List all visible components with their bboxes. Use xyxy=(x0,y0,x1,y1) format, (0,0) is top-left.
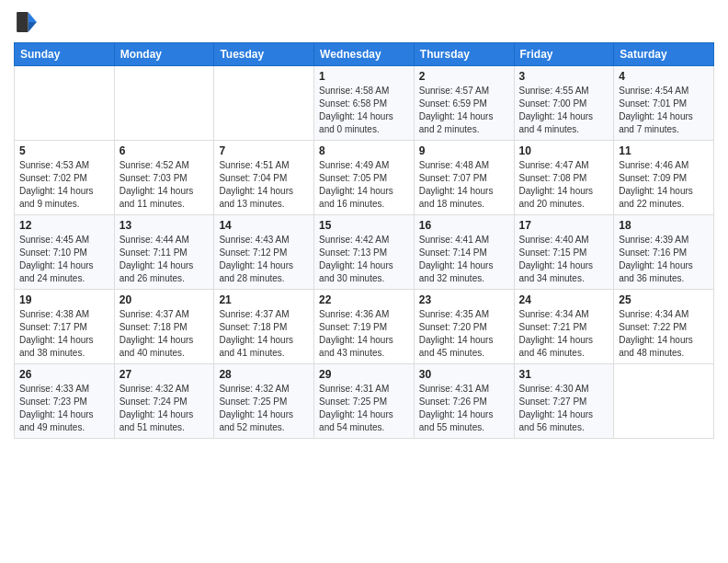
page-header xyxy=(14,9,714,35)
calendar-cell: 8Sunrise: 4:49 AMSunset: 7:05 PMDaylight… xyxy=(314,141,415,215)
cell-text: Sunrise: 4:32 AMSunset: 7:24 PMDaylight:… xyxy=(119,383,210,434)
day-number: 13 xyxy=(119,219,210,232)
day-number: 21 xyxy=(219,293,309,306)
calendar-cell xyxy=(15,66,115,141)
cell-text: Sunrise: 4:55 AMSunset: 7:00 PMDaylight:… xyxy=(519,85,609,136)
cell-text: Sunrise: 4:31 AMSunset: 7:25 PMDaylight:… xyxy=(319,383,409,434)
calendar-week-row: 1Sunrise: 4:58 AMSunset: 6:58 PMDaylight… xyxy=(15,66,714,141)
cell-text: Sunrise: 4:37 AMSunset: 7:18 PMDaylight:… xyxy=(119,308,210,360)
calendar-table: SundayMondayTuesdayWednesdayThursdayFrid… xyxy=(14,42,714,439)
day-number: 11 xyxy=(619,144,709,157)
cell-text: Sunrise: 4:37 AMSunset: 7:18 PMDaylight:… xyxy=(219,308,309,360)
calendar-cell: 3Sunrise: 4:55 AMSunset: 7:00 PMDaylight… xyxy=(514,66,614,141)
calendar-cell: 23Sunrise: 4:35 AMSunset: 7:20 PMDayligh… xyxy=(414,290,514,364)
cell-text: Sunrise: 4:35 AMSunset: 7:20 PMDaylight:… xyxy=(419,308,509,360)
day-number: 28 xyxy=(219,368,309,381)
calendar-cell: 30Sunrise: 4:31 AMSunset: 7:26 PMDayligh… xyxy=(414,364,514,439)
calendar-cell: 9Sunrise: 4:48 AMSunset: 7:07 PMDaylight… xyxy=(414,141,514,215)
cell-text: Sunrise: 4:36 AMSunset: 7:19 PMDaylight:… xyxy=(319,308,409,360)
day-header-wednesday: Wednesday xyxy=(314,43,415,66)
calendar-cell: 11Sunrise: 4:46 AMSunset: 7:09 PMDayligh… xyxy=(614,141,714,215)
calendar-cell: 24Sunrise: 4:34 AMSunset: 7:21 PMDayligh… xyxy=(514,290,614,364)
calendar-week-row: 26Sunrise: 4:33 AMSunset: 7:23 PMDayligh… xyxy=(15,364,714,439)
calendar-cell: 26Sunrise: 4:33 AMSunset: 7:23 PMDayligh… xyxy=(15,364,115,439)
calendar-cell: 12Sunrise: 4:45 AMSunset: 7:10 PMDayligh… xyxy=(15,215,115,290)
day-number: 17 xyxy=(519,219,609,232)
svg-marker-1 xyxy=(28,22,37,32)
calendar-cell: 7Sunrise: 4:51 AMSunset: 7:04 PMDaylight… xyxy=(214,141,314,215)
calendar-cell: 29Sunrise: 4:31 AMSunset: 7:25 PMDayligh… xyxy=(314,364,415,439)
calendar-week-row: 5Sunrise: 4:53 AMSunset: 7:02 PMDaylight… xyxy=(15,141,714,215)
day-number: 26 xyxy=(19,368,109,381)
cell-text: Sunrise: 4:31 AMSunset: 7:26 PMDaylight:… xyxy=(419,383,509,434)
calendar-cell: 2Sunrise: 4:57 AMSunset: 6:59 PMDaylight… xyxy=(414,66,514,141)
day-number: 22 xyxy=(319,293,409,306)
cell-text: Sunrise: 4:53 AMSunset: 7:02 PMDaylight:… xyxy=(19,159,109,211)
day-header-tuesday: Tuesday xyxy=(214,43,314,66)
cell-text: Sunrise: 4:52 AMSunset: 7:03 PMDaylight:… xyxy=(119,159,210,211)
day-number: 19 xyxy=(19,293,109,306)
day-number: 27 xyxy=(119,368,210,381)
day-number: 29 xyxy=(319,368,409,381)
cell-text: Sunrise: 4:46 AMSunset: 7:09 PMDaylight:… xyxy=(619,159,709,211)
cell-text: Sunrise: 4:40 AMSunset: 7:15 PMDaylight:… xyxy=(519,234,609,285)
day-number: 7 xyxy=(219,144,309,157)
calendar-cell: 28Sunrise: 4:32 AMSunset: 7:25 PMDayligh… xyxy=(214,364,314,439)
calendar-cell: 21Sunrise: 4:37 AMSunset: 7:18 PMDayligh… xyxy=(214,290,314,364)
calendar-cell: 6Sunrise: 4:52 AMSunset: 7:03 PMDaylight… xyxy=(114,141,214,215)
day-number: 8 xyxy=(319,144,409,157)
day-number: 10 xyxy=(519,144,609,157)
calendar-cell: 25Sunrise: 4:34 AMSunset: 7:22 PMDayligh… xyxy=(614,290,714,364)
calendar-cell: 22Sunrise: 4:36 AMSunset: 7:19 PMDayligh… xyxy=(314,290,415,364)
cell-text: Sunrise: 4:34 AMSunset: 7:21 PMDaylight:… xyxy=(519,308,609,360)
day-number: 6 xyxy=(119,144,210,157)
day-number: 14 xyxy=(219,219,309,232)
calendar-cell: 15Sunrise: 4:42 AMSunset: 7:13 PMDayligh… xyxy=(314,215,415,290)
calendar-cell: 5Sunrise: 4:53 AMSunset: 7:02 PMDaylight… xyxy=(15,141,115,215)
calendar-cell: 13Sunrise: 4:44 AMSunset: 7:11 PMDayligh… xyxy=(114,215,214,290)
calendar-cell: 18Sunrise: 4:39 AMSunset: 7:16 PMDayligh… xyxy=(614,215,714,290)
cell-text: Sunrise: 4:38 AMSunset: 7:17 PMDaylight:… xyxy=(19,308,109,360)
day-number: 15 xyxy=(319,219,409,232)
day-number: 20 xyxy=(119,293,210,306)
day-header-friday: Friday xyxy=(514,43,614,66)
svg-marker-0 xyxy=(28,12,37,22)
calendar-cell: 4Sunrise: 4:54 AMSunset: 7:01 PMDaylight… xyxy=(614,66,714,141)
calendar-cell xyxy=(614,364,714,439)
calendar-cell: 17Sunrise: 4:40 AMSunset: 7:15 PMDayligh… xyxy=(514,215,614,290)
cell-text: Sunrise: 4:58 AMSunset: 6:58 PMDaylight:… xyxy=(319,85,409,136)
day-header-sunday: Sunday xyxy=(15,43,115,66)
calendar-cell xyxy=(214,66,314,141)
calendar-cell: 14Sunrise: 4:43 AMSunset: 7:12 PMDayligh… xyxy=(214,215,314,290)
calendar-week-row: 19Sunrise: 4:38 AMSunset: 7:17 PMDayligh… xyxy=(15,290,714,364)
cell-text: Sunrise: 4:57 AMSunset: 6:59 PMDaylight:… xyxy=(419,85,509,136)
cell-text: Sunrise: 4:32 AMSunset: 7:25 PMDaylight:… xyxy=(219,383,309,434)
cell-text: Sunrise: 4:42 AMSunset: 7:13 PMDaylight:… xyxy=(319,234,409,285)
day-number: 3 xyxy=(519,70,609,83)
day-number: 5 xyxy=(19,144,109,157)
cell-text: Sunrise: 4:34 AMSunset: 7:22 PMDaylight:… xyxy=(619,308,709,360)
day-number: 18 xyxy=(619,219,709,232)
cell-text: Sunrise: 4:49 AMSunset: 7:05 PMDaylight:… xyxy=(319,159,409,211)
logo xyxy=(14,9,43,35)
day-header-saturday: Saturday xyxy=(614,43,714,66)
cell-text: Sunrise: 4:39 AMSunset: 7:16 PMDaylight:… xyxy=(619,234,709,285)
svg-rect-2 xyxy=(17,12,28,32)
calendar-week-row: 12Sunrise: 4:45 AMSunset: 7:10 PMDayligh… xyxy=(15,215,714,290)
day-header-monday: Monday xyxy=(114,43,214,66)
cell-text: Sunrise: 4:51 AMSunset: 7:04 PMDaylight:… xyxy=(219,159,309,211)
cell-text: Sunrise: 4:47 AMSunset: 7:08 PMDaylight:… xyxy=(519,159,609,211)
calendar-cell xyxy=(114,66,214,141)
calendar-cell: 1Sunrise: 4:58 AMSunset: 6:58 PMDaylight… xyxy=(314,66,415,141)
cell-text: Sunrise: 4:44 AMSunset: 7:11 PMDaylight:… xyxy=(119,234,210,285)
cell-text: Sunrise: 4:33 AMSunset: 7:23 PMDaylight:… xyxy=(19,383,109,434)
day-number: 9 xyxy=(419,144,509,157)
calendar-cell: 10Sunrise: 4:47 AMSunset: 7:08 PMDayligh… xyxy=(514,141,614,215)
cell-text: Sunrise: 4:43 AMSunset: 7:12 PMDaylight:… xyxy=(219,234,309,285)
calendar-header-row: SundayMondayTuesdayWednesdayThursdayFrid… xyxy=(15,43,714,66)
logo-icon xyxy=(14,9,40,35)
day-number: 23 xyxy=(419,293,509,306)
cell-text: Sunrise: 4:54 AMSunset: 7:01 PMDaylight:… xyxy=(619,85,709,136)
day-number: 30 xyxy=(419,368,509,381)
day-number: 31 xyxy=(519,368,609,381)
